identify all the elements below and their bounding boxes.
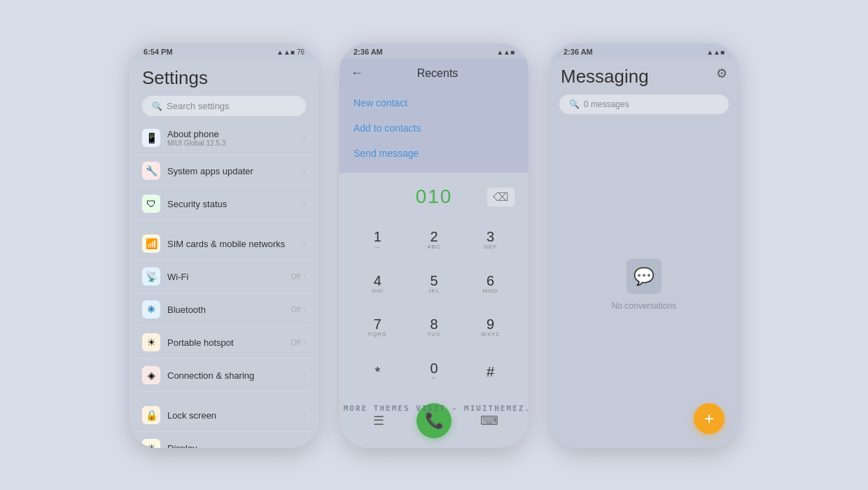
security-text: Security status xyxy=(167,199,303,209)
settings-search-bar[interactable]: 🔍 Search settings xyxy=(142,96,306,116)
chevron-icon: › xyxy=(303,199,306,209)
dial-key-4[interactable]: 4GHI xyxy=(351,263,405,304)
settings-item-security[interactable]: 🛡 Security status › xyxy=(136,188,312,220)
lock-icon: 🔒 xyxy=(142,406,160,424)
bluetooth-status: Off xyxy=(291,306,300,314)
messaging-empty-state: 💬 No conversations xyxy=(550,121,738,448)
security-icon: 🛡 xyxy=(142,195,160,213)
dial-key-9[interactable]: 9WXYZ xyxy=(463,307,517,349)
settings-item-about[interactable]: 📱 About phone MIUI Global 12.5.3 › xyxy=(136,122,312,155)
dial-key-6[interactable]: 6MNO xyxy=(463,263,517,304)
bluetooth-text: Bluetooth xyxy=(167,304,291,315)
settings-item-lock[interactable]: 🔒 Lock screen › xyxy=(136,399,312,432)
system-apps-label: System apps updater xyxy=(167,166,303,176)
settings-item-hotspot[interactable]: ☀ Portable hotspot Off › xyxy=(136,326,312,359)
back-button[interactable]: ← xyxy=(351,66,363,80)
messaging-title: Messaging xyxy=(561,66,649,88)
settings-item-sim[interactable]: 📶 SIM cards & mobile networks › xyxy=(136,227,312,260)
chevron-icon: › xyxy=(303,239,306,248)
settings-item-bluetooth[interactable]: ✳ Bluetooth Off › xyxy=(136,293,312,326)
bluetooth-icon: ✳ xyxy=(142,300,160,318)
hotspot-status: Off xyxy=(291,339,300,346)
connection-text: Connection & sharing xyxy=(167,370,303,381)
lock-text: Lock screen xyxy=(167,410,303,421)
status-time-3: 2:36 AM xyxy=(564,48,593,56)
status-bar-3: 2:36 AM ▲▲■ xyxy=(550,42,738,59)
display-icon: ☀ xyxy=(142,439,160,448)
status-bar-1: 6:54 PM ▲▲■ 76 xyxy=(130,42,318,59)
about-text: About phone MIUI Global 12.5.3 xyxy=(167,129,303,147)
settings-screen: Settings 🔍 Search settings 📱 About phone… xyxy=(130,59,318,448)
about-label: About phone xyxy=(167,129,303,139)
empty-message-icon: 💬 xyxy=(626,259,662,294)
recents-header: ← Recents xyxy=(340,59,528,88)
status-bar-2: 2:36 AM ▲▲■ xyxy=(340,42,528,59)
new-message-fab[interactable]: + xyxy=(694,403,724,434)
gear-icon[interactable]: ⚙ xyxy=(716,66,727,81)
send-message-action[interactable]: Send message xyxy=(354,141,528,166)
about-icon: 📱 xyxy=(142,129,160,147)
settings-item-connection[interactable]: ◈ Connection & sharing › xyxy=(136,359,312,392)
messaging-screen: Messaging ⚙ 🔍 0 messages 💬 No conversati… xyxy=(550,59,738,448)
display-label: Display xyxy=(167,443,303,449)
dial-key-0[interactable]: 0+ xyxy=(407,351,461,392)
dial-key-8[interactable]: 8TUV xyxy=(407,307,461,349)
hotspot-label: Portable hotspot xyxy=(167,337,291,348)
dial-key-1[interactable]: 1— xyxy=(351,219,405,260)
watermark: FOR MORE THEMES VISIT - MIUITHEMEZ.COM xyxy=(340,404,528,413)
new-contact-action[interactable]: New contact xyxy=(354,90,528,115)
messaging-search-bar[interactable]: 🔍 0 messages xyxy=(559,94,729,114)
about-sub: MIUI Global 12.5.3 xyxy=(167,139,303,147)
settings-item-display[interactable]: ☀ Display › xyxy=(136,432,312,448)
system-apps-icon: 🔧 xyxy=(142,162,160,180)
chevron-icon: › xyxy=(303,370,306,380)
status-icons-2: ▲▲■ xyxy=(496,48,514,56)
dialer-number: 010 xyxy=(416,186,453,208)
settings-list: 📱 About phone MIUI Global 12.5.3 › 🔧 Sys… xyxy=(130,122,318,448)
phone-settings: 6:54 PM ▲▲■ 76 Settings 🔍 Search setting… xyxy=(130,42,318,448)
add-to-contacts-action[interactable]: Add to contacts xyxy=(354,115,528,141)
dial-key-3[interactable]: 3DEF xyxy=(463,219,517,260)
dial-key-hash[interactable]: # xyxy=(463,351,517,392)
chevron-icon: › xyxy=(303,304,306,314)
connection-label: Connection & sharing xyxy=(167,370,303,381)
phone-dialer: 2:36 AM ▲▲■ ← Recents New contact Add to… xyxy=(340,42,528,448)
chevron-icon: › xyxy=(303,272,306,281)
connection-icon: ◈ xyxy=(142,366,160,384)
recents-title: Recents xyxy=(372,67,503,80)
no-conversations-label: No conversations xyxy=(612,301,677,311)
hotspot-icon: ☀ xyxy=(142,333,160,351)
lock-label: Lock screen xyxy=(167,410,303,421)
hotspot-text: Portable hotspot xyxy=(167,337,291,348)
dialer-screen: ← Recents New contact Add to contacts Se… xyxy=(340,59,528,448)
messaging-header: Messaging ⚙ xyxy=(550,59,738,92)
dial-key-5[interactable]: 5JKL xyxy=(407,263,461,304)
dial-key-7[interactable]: 7PQRS xyxy=(351,307,405,349)
phone-messaging: 2:36 AM ▲▲■ Messaging ⚙ 🔍 0 messages 💬 N… xyxy=(550,42,738,448)
dial-key-star[interactable]: * xyxy=(351,351,405,392)
settings-item-system-apps[interactable]: 🔧 System apps updater › xyxy=(136,155,312,188)
status-icons-1: ▲▲■ 76 xyxy=(276,48,304,56)
signal-icon-3: ▲▲■ xyxy=(706,48,724,56)
wifi-label: Wi-Fi xyxy=(167,272,291,282)
display-text: Display xyxy=(167,443,303,449)
status-icons-3: ▲▲■ xyxy=(706,48,724,56)
status-time-2: 2:36 AM xyxy=(354,48,383,56)
settings-title: Settings xyxy=(142,67,306,89)
backspace-button[interactable]: ⌫ xyxy=(487,188,514,206)
search-icon: 🔍 xyxy=(152,102,162,111)
sim-icon: 📶 xyxy=(142,234,160,253)
dialer-display: 010 ⌫ xyxy=(340,180,528,214)
signal-icon-1: ▲▲■ xyxy=(276,48,295,56)
recents-actions: New contact Add to contacts Send message xyxy=(340,88,528,173)
chevron-icon: › xyxy=(303,337,306,347)
dialer-grid: 1— 2ABC 3DEF 4GHI 5JKL 6MNO 7PQRS 8TUV 9… xyxy=(340,214,528,398)
wifi-status: Off xyxy=(291,273,300,281)
wifi-icon: 📡 xyxy=(142,267,160,286)
chevron-icon: › xyxy=(303,133,306,143)
dial-key-2[interactable]: 2ABC xyxy=(407,219,461,260)
security-label: Security status xyxy=(167,199,303,209)
settings-item-wifi[interactable]: 📡 Wi-Fi Off › xyxy=(136,260,312,293)
sim-text: SIM cards & mobile networks xyxy=(167,239,303,249)
wifi-text: Wi-Fi xyxy=(167,272,291,282)
